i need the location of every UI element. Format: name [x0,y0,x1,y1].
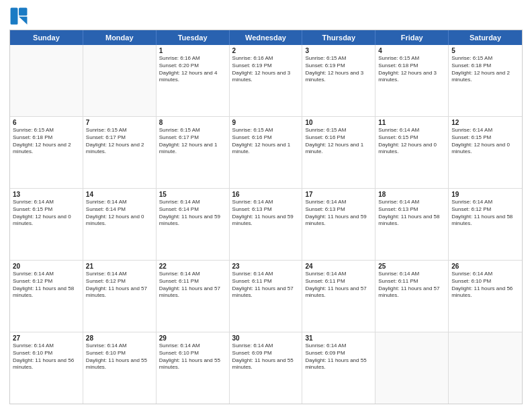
calendar-cell: 23Sunrise: 6:14 AMSunset: 6:11 PMDayligh… [230,261,303,332]
calendar-cell: 9Sunrise: 6:15 AMSunset: 6:16 PMDaylight… [230,117,303,188]
day-number: 21 [86,263,153,270]
calendar-cell: 15Sunrise: 6:14 AMSunset: 6:14 PMDayligh… [157,189,230,260]
calendar-cell: 21Sunrise: 6:14 AMSunset: 6:12 PMDayligh… [83,261,157,332]
cell-info: Sunrise: 6:14 AMSunset: 6:13 PMDaylight:… [378,199,445,228]
calendar-week-5: 27Sunrise: 6:14 AMSunset: 6:10 PMDayligh… [10,332,522,404]
day-number: 8 [159,119,226,126]
calendar-cell: 22Sunrise: 6:14 AMSunset: 6:11 PMDayligh… [157,261,230,332]
day-number: 7 [86,119,153,126]
logo-icon [9,7,28,26]
cell-info: Sunrise: 6:16 AMSunset: 6:19 PMDaylight:… [232,55,300,84]
calendar: SundayMondayTuesdayWednesdayThursdayFrid… [9,30,523,404]
day-number: 16 [232,191,300,198]
day-number: 2 [232,47,300,54]
cell-info: Sunrise: 6:14 AMSunset: 6:12 PMDaylight:… [86,271,153,300]
calendar-cell [10,45,83,116]
cell-info: Sunrise: 6:14 AMSunset: 6:10 PMDaylight:… [86,342,153,371]
cell-info: Sunrise: 6:14 AMSunset: 6:09 PMDaylight:… [305,342,372,371]
day-number: 6 [13,119,80,126]
cell-info: Sunrise: 6:14 AMSunset: 6:13 PMDaylight:… [305,199,372,228]
day-number: 15 [159,191,226,198]
cell-info: Sunrise: 6:15 AMSunset: 6:18 PMDaylight:… [378,55,445,84]
calendar-cell: 8Sunrise: 6:15 AMSunset: 6:17 PMDaylight… [157,117,230,188]
cell-info: Sunrise: 6:14 AMSunset: 6:09 PMDaylight:… [232,342,300,371]
calendar-cell: 24Sunrise: 6:14 AMSunset: 6:11 PMDayligh… [302,261,375,332]
cell-info: Sunrise: 6:15 AMSunset: 6:19 PMDaylight:… [305,55,372,84]
calendar-cell: 10Sunrise: 6:15 AMSunset: 6:16 PMDayligh… [302,117,375,188]
day-number: 17 [305,191,372,198]
logo [9,7,31,26]
cell-info: Sunrise: 6:14 AMSunset: 6:15 PMDaylight:… [378,127,445,156]
header-day-monday: Monday [83,30,157,45]
cell-info: Sunrise: 6:14 AMSunset: 6:14 PMDaylight:… [159,199,226,228]
cell-info: Sunrise: 6:14 AMSunset: 6:11 PMDaylight:… [232,271,300,300]
cell-info: Sunrise: 6:15 AMSunset: 6:16 PMDaylight:… [305,127,372,156]
calendar-cell: 12Sunrise: 6:14 AMSunset: 6:15 PMDayligh… [449,117,522,188]
header-day-sunday: Sunday [10,30,83,45]
cell-info: Sunrise: 6:14 AMSunset: 6:10 PMDaylight:… [451,271,519,300]
calendar-cell: 29Sunrise: 6:14 AMSunset: 6:10 PMDayligh… [157,332,230,404]
calendar-cell: 14Sunrise: 6:14 AMSunset: 6:14 PMDayligh… [83,189,157,260]
calendar-cell: 5Sunrise: 6:15 AMSunset: 6:18 PMDaylight… [449,45,522,116]
calendar-cell: 20Sunrise: 6:14 AMSunset: 6:12 PMDayligh… [10,261,83,332]
calendar-cell: 27Sunrise: 6:14 AMSunset: 6:10 PMDayligh… [10,332,83,404]
day-number: 5 [451,47,519,54]
calendar-cell: 26Sunrise: 6:14 AMSunset: 6:10 PMDayligh… [449,261,522,332]
day-number: 1 [159,47,226,54]
day-number: 13 [13,191,80,198]
calendar-body: 1Sunrise: 6:16 AMSunset: 6:20 PMDaylight… [10,45,522,404]
cell-info: Sunrise: 6:14 AMSunset: 6:15 PMDaylight:… [451,127,519,156]
calendar-week-4: 20Sunrise: 6:14 AMSunset: 6:12 PMDayligh… [10,260,522,332]
cell-info: Sunrise: 6:14 AMSunset: 6:10 PMDaylight:… [159,342,226,371]
day-number: 31 [305,334,372,342]
cell-info: Sunrise: 6:14 AMSunset: 6:10 PMDaylight:… [13,342,80,371]
calendar-week-1: 1Sunrise: 6:16 AMSunset: 6:20 PMDaylight… [10,45,522,116]
calendar-cell: 11Sunrise: 6:14 AMSunset: 6:15 PMDayligh… [375,117,449,188]
calendar-cell: 31Sunrise: 6:14 AMSunset: 6:09 PMDayligh… [302,332,375,404]
cell-info: Sunrise: 6:14 AMSunset: 6:11 PMDaylight:… [305,271,372,300]
header [9,7,523,26]
cell-info: Sunrise: 6:16 AMSunset: 6:20 PMDaylight:… [159,55,226,84]
header-day-wednesday: Wednesday [230,30,303,45]
header-day-friday: Friday [375,30,449,45]
calendar-week-3: 13Sunrise: 6:14 AMSunset: 6:15 PMDayligh… [10,188,522,260]
cell-info: Sunrise: 6:14 AMSunset: 6:11 PMDaylight:… [159,271,226,300]
header-day-tuesday: Tuesday [157,30,230,45]
cell-info: Sunrise: 6:14 AMSunset: 6:11 PMDaylight:… [378,271,445,300]
calendar-cell [375,332,449,404]
day-number: 30 [232,334,300,342]
day-number: 9 [232,119,300,126]
svg-rect-2 [19,8,27,16]
day-number: 22 [159,263,226,270]
calendar-cell: 6Sunrise: 6:15 AMSunset: 6:18 PMDaylight… [10,117,83,188]
calendar-cell: 30Sunrise: 6:14 AMSunset: 6:09 PMDayligh… [230,332,303,404]
calendar-cell: 28Sunrise: 6:14 AMSunset: 6:10 PMDayligh… [83,332,157,404]
day-number: 4 [378,47,445,54]
day-number: 25 [378,263,445,270]
cell-info: Sunrise: 6:15 AMSunset: 6:18 PMDaylight:… [13,127,80,156]
calendar-cell: 7Sunrise: 6:15 AMSunset: 6:17 PMDaylight… [83,117,157,188]
day-number: 28 [86,334,153,342]
svg-rect-1 [11,8,18,25]
day-number: 19 [451,191,519,198]
cell-info: Sunrise: 6:14 AMSunset: 6:14 PMDaylight:… [86,199,153,228]
cell-info: Sunrise: 6:15 AMSunset: 6:17 PMDaylight:… [86,127,153,156]
calendar-cell: 4Sunrise: 6:15 AMSunset: 6:18 PMDaylight… [375,45,449,116]
cell-info: Sunrise: 6:14 AMSunset: 6:13 PMDaylight:… [232,199,300,228]
day-number: 14 [86,191,153,198]
calendar-cell: 17Sunrise: 6:14 AMSunset: 6:13 PMDayligh… [302,189,375,260]
header-day-saturday: Saturday [449,30,522,45]
header-day-thursday: Thursday [302,30,375,45]
cell-info: Sunrise: 6:14 AMSunset: 6:12 PMDaylight:… [451,199,519,228]
calendar-cell: 2Sunrise: 6:16 AMSunset: 6:19 PMDaylight… [230,45,303,116]
calendar-cell: 19Sunrise: 6:14 AMSunset: 6:12 PMDayligh… [449,189,522,260]
day-number: 12 [451,119,519,126]
day-number: 23 [232,263,300,270]
day-number: 29 [159,334,226,342]
calendar-cell: 13Sunrise: 6:14 AMSunset: 6:15 PMDayligh… [10,189,83,260]
cell-info: Sunrise: 6:15 AMSunset: 6:16 PMDaylight:… [232,127,300,156]
day-number: 11 [378,119,445,126]
cell-info: Sunrise: 6:14 AMSunset: 6:12 PMDaylight:… [13,271,80,300]
calendar-cell: 25Sunrise: 6:14 AMSunset: 6:11 PMDayligh… [375,261,449,332]
calendar-cell: 18Sunrise: 6:14 AMSunset: 6:13 PMDayligh… [375,189,449,260]
